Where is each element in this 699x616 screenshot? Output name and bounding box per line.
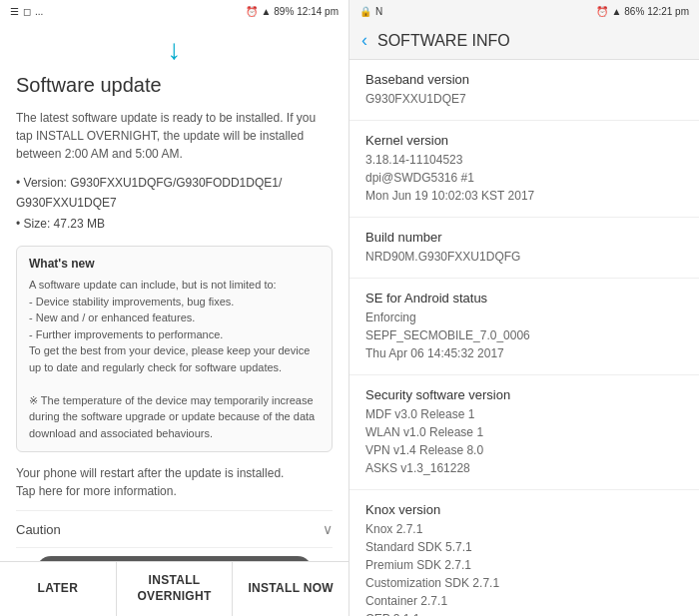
- restart-line1: Your phone will restart after the update…: [16, 464, 333, 482]
- right-panel: 🔒 N ⏰ ▲ 86% 12:21 pm ‹ SOFTWARE INFO Bas…: [350, 0, 699, 616]
- left-panel: ☰ ◻ ... ⏰ ▲ 89% 12:14 pm ↓ Software upda…: [0, 0, 350, 616]
- info-label: Security software version: [365, 387, 683, 402]
- info-section: Kernel version3.18.14-11104523dpi@SWDG53…: [350, 121, 699, 218]
- restart-text: Your phone will restart after the update…: [16, 464, 333, 500]
- left-content: ↓ Software update The latest software up…: [0, 22, 349, 561]
- back-button[interactable]: ‹: [361, 30, 367, 51]
- notification-icon: ☰: [10, 6, 19, 17]
- app-icon: ◻: [23, 6, 31, 17]
- install-now-button[interactable]: INSTALL NOW: [233, 562, 349, 616]
- wifi-icon: ▲: [261, 6, 271, 17]
- info-value: NRD90M.G930FXXU1DQFG: [365, 248, 683, 266]
- right-status-right-icons: ⏰ ▲ 86% 12:21 pm: [596, 6, 689, 17]
- info-label: Kernel version: [365, 133, 683, 148]
- caution-row[interactable]: Caution ∨: [16, 510, 333, 548]
- whats-new-box: What's new A software update can include…: [16, 246, 333, 452]
- more-icon: ...: [35, 6, 43, 17]
- status-bar-right: 🔒 N ⏰ ▲ 86% 12:21 pm: [350, 0, 699, 22]
- right-battery: 86%: [624, 6, 644, 17]
- version-line2: G930FXXU1DQE7: [16, 193, 333, 213]
- right-title: SOFTWARE INFO: [377, 32, 510, 50]
- info-value: 3.18.14-11104523dpi@SWDG5316 #1Mon Jun 1…: [365, 151, 683, 205]
- lock-icon: 🔒: [359, 6, 371, 17]
- right-status-left-icons: 🔒 N: [359, 6, 382, 17]
- right-status-icons: ⏰ ▲ 89% 12:14 pm: [246, 6, 339, 17]
- caution-label: Caution: [16, 522, 61, 537]
- whats-new-text: A software update can include, but is no…: [29, 277, 320, 441]
- info-value: G930FXXU1DQE7: [365, 90, 683, 108]
- right-content: Baseband versionG930FXXU1DQE7Kernel vers…: [350, 60, 699, 616]
- info-label: SE for Android status: [365, 291, 683, 306]
- info-value: MDF v3.0 Release 1WLAN v1.0 Release 1VPN…: [365, 405, 683, 477]
- left-status-icons: ☰ ◻ ...: [10, 6, 43, 17]
- time-left: 12:14 pm: [297, 6, 339, 17]
- info-section: Build numberNRD90M.G930FXXU1DQFG: [350, 218, 699, 279]
- info-value: EnforcingSEPF_SECMOBILE_7.0_0006Thu Apr …: [365, 308, 683, 362]
- description-text: The latest software update is ready to b…: [16, 109, 333, 163]
- whats-new-title: What's new: [29, 257, 320, 271]
- network-icon: N: [375, 6, 382, 17]
- battery-left: 89%: [274, 6, 294, 17]
- right-header: ‹ SOFTWARE INFO: [350, 22, 699, 60]
- info-value: Knox 2.7.1Standard SDK 5.7.1Premium SDK …: [365, 520, 683, 616]
- version-line1: • Version: G930FXXU1DQFG/G930FODD1DQE1/: [16, 173, 333, 193]
- status-bar-left: ☰ ◻ ... ⏰ ▲ 89% 12:14 pm: [0, 0, 349, 22]
- info-section: Security software versionMDF v3.0 Releas…: [350, 375, 699, 490]
- info-section: SE for Android statusEnforcingSEPF_SECMO…: [350, 279, 699, 375]
- restart-line2: Tap here for more information.: [16, 482, 333, 500]
- version-line3: • Size: 47.23 MB: [16, 214, 333, 234]
- right-alarm-icon: ⏰: [596, 6, 608, 17]
- alarm-icon: ⏰: [246, 6, 258, 17]
- info-label: Baseband version: [365, 72, 683, 87]
- right-time: 12:21 pm: [647, 6, 689, 17]
- install-overnight-button[interactable]: INSTALL OVERNIGHT: [117, 562, 234, 616]
- info-section: Baseband versionG930FXXU1DQE7: [350, 60, 699, 121]
- page-title: Software update: [16, 74, 333, 97]
- download-icon: ↓: [16, 34, 333, 66]
- version-info: • Version: G930FXXU1DQFG/G930FODD1DQE1/ …: [16, 173, 333, 234]
- later-button[interactable]: LATER: [0, 562, 117, 616]
- bottom-buttons: LATER INSTALL OVERNIGHT INSTALL NOW: [0, 561, 349, 616]
- chevron-down-icon: ∨: [323, 521, 333, 537]
- info-section: Knox versionKnox 2.7.1Standard SDK 5.7.1…: [350, 490, 699, 616]
- right-signal-icon: ▲: [611, 6, 621, 17]
- info-label: Build number: [365, 230, 683, 245]
- info-label: Knox version: [365, 502, 683, 517]
